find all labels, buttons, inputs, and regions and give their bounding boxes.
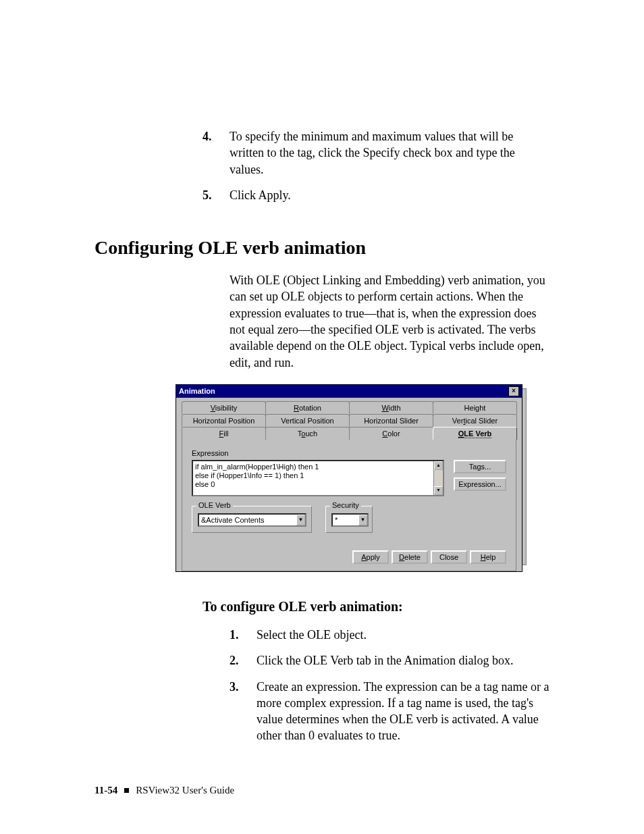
animation-dialog: Animation × VisibilityRotationWidthHeigh… <box>176 384 522 572</box>
tab-vertical-slider[interactable]: Vertical Slider <box>433 414 517 427</box>
delete-button[interactable]: Delete <box>392 550 428 564</box>
step-num: 3. <box>230 679 257 744</box>
security-legend: Security <box>330 501 361 509</box>
step-text: To specify the minimum and maximum value… <box>230 128 549 178</box>
ole-verb-group: OLE Verb &Activate Contents ▼ <box>192 506 312 533</box>
page-footer: 11-54 RSView32 User's Guide <box>95 785 549 796</box>
page-number: 11-54 <box>95 785 117 796</box>
chevron-down-icon[interactable]: ▼ <box>296 515 305 525</box>
dialog-title: Animation <box>179 387 215 395</box>
bullet-icon <box>124 788 129 793</box>
security-value: * <box>335 516 338 524</box>
help-button[interactable]: Help <box>470 550 506 564</box>
scrollbar[interactable]: ▲ ▼ <box>433 461 443 495</box>
tab-height[interactable]: Height <box>433 401 517 414</box>
expression-button[interactable]: Expression... <box>454 477 506 491</box>
close-icon[interactable]: × <box>508 386 519 396</box>
subsection-heading: To configure OLE verb animation: <box>203 599 549 615</box>
step-5: 5. Click Apply. <box>203 187 549 203</box>
step-num: 1. <box>230 627 257 643</box>
close-button[interactable]: Close <box>431 550 467 564</box>
expression-line: else 0 <box>195 480 441 489</box>
apply-button[interactable]: Apply <box>352 550 389 564</box>
chevron-down-icon[interactable]: ▼ <box>358 515 367 525</box>
step-1b: 1. Select the OLE object. <box>230 627 549 643</box>
tab-fill[interactable]: Fill <box>182 427 266 440</box>
ole-verb-select[interactable]: &Activate Contents ▼ <box>198 513 306 527</box>
step-num: 4. <box>203 128 230 178</box>
step-text: Click the OLE Verb tab in the Animation … <box>257 652 549 669</box>
tab-touch[interactable]: Touch <box>265 427 350 440</box>
tab-ole-verb[interactable]: OLE Verb <box>433 427 517 440</box>
tab-rotation[interactable]: Rotation <box>265 401 350 414</box>
expression-label: Expression <box>192 449 506 457</box>
section-heading: Configuring OLE verb animation <box>95 237 549 259</box>
step-3b: 3. Create an expression. The expression … <box>230 679 549 744</box>
step-num: 2. <box>230 652 257 669</box>
dialog-titlebar: Animation × <box>176 385 522 398</box>
footer-text: RSView32 User's Guide <box>136 785 234 796</box>
step-text: Create an expression. The expression can… <box>257 679 549 744</box>
tab-visibility[interactable]: Visibility <box>182 401 266 414</box>
step-text: Select the OLE object. <box>257 627 549 643</box>
tab-vertical-position[interactable]: Vertical Position <box>265 414 350 427</box>
tab-horizontal-slider[interactable]: Horizontal Slider <box>349 414 433 427</box>
tags-button[interactable]: Tags... <box>454 460 506 473</box>
expression-textarea[interactable]: if alm_in_alarm(Hopper1\High) then 1else… <box>192 460 444 496</box>
tab-panel-ole-verb: Expression if alm_in_alarm(Hopper1\High)… <box>182 439 516 571</box>
expression-line: else if (Hopper1\Info == 1) then 1 <box>195 471 441 480</box>
section-paragraph: With OLE (Object Linking and Embedding) … <box>230 272 549 371</box>
step-text: Click Apply. <box>230 187 549 203</box>
expression-line: if alm_in_alarm(Hopper1\High) then 1 <box>195 463 441 471</box>
security-select[interactable]: * ▼ <box>331 513 369 527</box>
step-4: 4. To specify the minimum and maximum va… <box>203 128 549 178</box>
scroll-down-icon[interactable]: ▼ <box>434 486 443 495</box>
scroll-up-icon[interactable]: ▲ <box>434 461 443 470</box>
tab-color[interactable]: Color <box>349 427 433 440</box>
ole-verb-legend: OLE Verb <box>196 501 233 509</box>
step-num: 5. <box>203 187 230 203</box>
step-2b: 2. Click the OLE Verb tab in the Animati… <box>230 652 549 669</box>
security-group: Security * ▼ <box>325 506 373 533</box>
ole-verb-value: &Activate Contents <box>201 516 265 524</box>
animation-dialog-figure: Animation × VisibilityRotationWidthHeigh… <box>176 384 522 572</box>
tab-horizontal-position[interactable]: Horizontal Position <box>182 414 266 427</box>
tab-width[interactable]: Width <box>349 401 433 414</box>
